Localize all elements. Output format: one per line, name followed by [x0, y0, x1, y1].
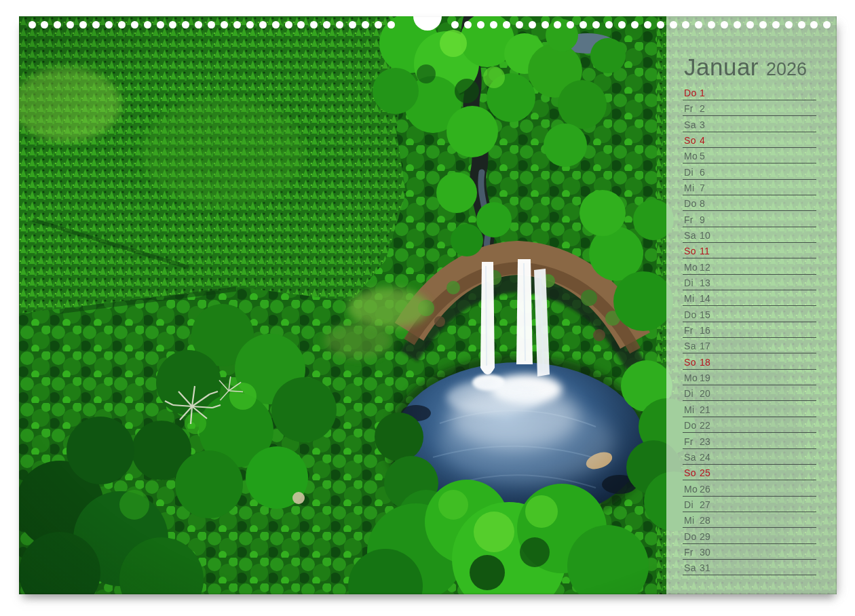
calendar-page: Januar 2026 Do1Fr2Sa3So4Mo5Di6Mi7Do8Fr9S…: [19, 16, 837, 594]
weekday-label: Fr: [684, 103, 700, 114]
binding-hole: [375, 21, 382, 28]
binding-hole: [92, 21, 100, 28]
day-number: 21: [700, 404, 710, 415]
binding-hole: [477, 21, 484, 28]
weekday-label: Fr: [684, 436, 700, 447]
binding-hole: [721, 21, 728, 28]
binding-hole: [554, 21, 561, 28]
day-number: 22: [700, 420, 710, 431]
weekday-label: Mo: [684, 262, 700, 273]
date-panel: Januar 2026 Do1Fr2Sa3So4Mo5Di6Mi7Do8Fr9S…: [666, 16, 837, 594]
weekday-label: Do: [684, 88, 700, 98]
day-number: 11: [700, 246, 710, 256]
weekday-label: Di: [684, 167, 700, 178]
binding-hole: [208, 21, 215, 28]
binding-hole: [516, 21, 523, 28]
binding-hole: [131, 21, 138, 28]
binding-hole: [246, 21, 254, 28]
weekday-label: Do: [684, 198, 700, 209]
binding-hole: [785, 21, 793, 28]
weekday-label: Mi: [684, 293, 700, 304]
binding-hole: [798, 21, 805, 28]
weekday-label: Mo: [684, 484, 700, 495]
day-number: 29: [700, 531, 710, 542]
day-number: 18: [700, 357, 710, 368]
binding-hole: [79, 21, 87, 28]
day-number: 2: [700, 103, 705, 114]
binding-hole: [41, 21, 48, 28]
binding-hole: [387, 21, 395, 28]
day-number: 24: [700, 452, 710, 463]
day-number: 12: [700, 262, 710, 273]
binding-hole: [746, 21, 754, 28]
binding-hole: [451, 21, 459, 28]
binding-hole: [54, 21, 61, 28]
day-list: Do1Fr2Sa3So4Mo5Di6Mi7Do8Fr9Sa10So11Mo12D…: [666, 16, 837, 594]
binding-hole: [759, 21, 767, 28]
day-number: 4: [700, 135, 705, 146]
weekday-label: Fr: [684, 325, 700, 336]
day-row: Mi7: [683, 180, 816, 195]
day-row: Do1: [683, 85, 816, 100]
weekday-label: Mi: [684, 515, 700, 526]
binding-hole: [105, 21, 113, 28]
day-number: 8: [700, 198, 705, 209]
binding-hole: [157, 21, 164, 28]
weekday-label: Do: [684, 531, 700, 542]
day-row: So11: [683, 243, 816, 258]
binding-hole: [657, 21, 664, 28]
day-row: So4: [683, 132, 816, 148]
day-row: Sa17: [683, 338, 816, 353]
binding-hole: [682, 21, 689, 28]
binding-hole: [297, 21, 305, 28]
day-number: 1: [700, 88, 705, 98]
day-row: Mi14: [683, 290, 816, 306]
binding-hole: [28, 21, 36, 28]
day-row: Do22: [683, 417, 816, 433]
weekday-label: So: [684, 357, 700, 368]
day-number: 19: [700, 372, 710, 383]
binding-hole: [362, 21, 369, 28]
day-row: Di27: [683, 497, 816, 512]
binding-hole: [542, 21, 549, 28]
binding-hole: [169, 21, 176, 28]
binding-hole: [195, 21, 202, 28]
day-number: 10: [700, 230, 710, 241]
weekday-label: So: [684, 135, 700, 146]
weekday-label: Sa: [684, 562, 700, 573]
binding-hole: [118, 21, 126, 28]
day-number: 23: [700, 436, 710, 447]
day-number: 31: [700, 562, 710, 573]
day-number: 7: [700, 182, 705, 193]
binding-hole: [349, 21, 356, 28]
binding-hole: [336, 21, 343, 28]
binding-hole: [272, 21, 280, 28]
day-number: 5: [700, 151, 705, 161]
day-number: 25: [700, 467, 710, 478]
binding-hole: [66, 21, 74, 28]
binding-hole: [810, 21, 818, 28]
binding-hole: [490, 21, 497, 28]
day-number: 17: [700, 341, 710, 351]
day-row: Mi28: [683, 512, 816, 528]
binding-hole: [644, 21, 651, 28]
binding-hole: [233, 21, 241, 28]
weekday-label: Fr: [684, 214, 700, 225]
day-number: 27: [700, 499, 710, 510]
binding-hole: [580, 21, 587, 28]
day-number: 6: [700, 167, 705, 178]
binding-hole: [285, 21, 292, 28]
binding-hole: [182, 21, 189, 28]
weekday-label: Mi: [684, 404, 700, 415]
binding-hole: [567, 21, 574, 28]
day-row: So18: [683, 353, 816, 369]
weekday-label: Mi: [684, 182, 700, 193]
day-row: Di20: [683, 385, 816, 401]
day-row: Fr2: [683, 100, 816, 116]
weekday-label: Di: [684, 277, 700, 288]
weekday-label: So: [684, 246, 700, 256]
day-row: Fr9: [683, 211, 816, 227]
weekday-label: Mo: [684, 151, 700, 161]
day-row: Do8: [683, 195, 816, 211]
day-row: Sa3: [683, 116, 816, 132]
